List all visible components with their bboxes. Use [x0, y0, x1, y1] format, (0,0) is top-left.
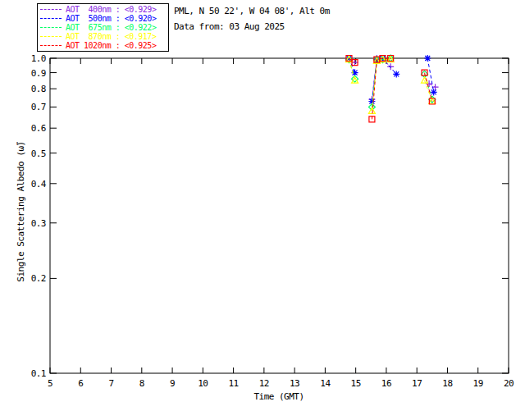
x-tick-label: 12 [259, 378, 269, 389]
series-line-aot-1020nm [372, 58, 390, 119]
x-tick-label: 7 [108, 378, 113, 389]
x-tick-label: 19 [473, 378, 483, 389]
marker-asterisk-aot-500nm [393, 71, 399, 77]
y-tick-label: 0.4 [31, 179, 47, 189]
series-line-aot-500nm [372, 58, 396, 102]
y-tick-label: 1.0 [31, 53, 46, 64]
y-tick-label: 0.1 [31, 368, 46, 379]
x-tick-label: 20 [504, 378, 514, 389]
y-tick-label: 0.5 [31, 148, 46, 159]
ssa-chart: 5678910111213141516171819201.00.90.80.70… [0, 0, 525, 420]
x-tick-label: 6 [78, 378, 83, 389]
x-tick-label: 17 [412, 378, 422, 389]
y-tick-label: 0.3 [31, 218, 46, 229]
y-tick-label: 0.9 [31, 68, 46, 79]
series-line-aot-870nm [372, 60, 390, 112]
x-tick-label: 15 [351, 378, 361, 389]
x-tick-label: 16 [381, 378, 391, 389]
marker-asterisk-aot-500nm [431, 89, 437, 95]
series-line-aot-400nm [372, 58, 390, 99]
x-tick-label: 13 [290, 378, 299, 389]
y-tick-label: 0.8 [31, 84, 46, 94]
x-tick-label: 10 [198, 378, 208, 389]
x-tick-label: 9 [170, 378, 175, 389]
marker-asterisk-aot-500nm [424, 55, 431, 62]
ssa-plot-screen: AOT 400nm : <0.929>AOT 500nm : <0.920>AO… [0, 0, 525, 420]
y-tick-label: 0.7 [31, 102, 46, 112]
series-line-aot-400nm [429, 84, 436, 87]
x-tick-label: 8 [139, 378, 144, 389]
y-tick-label: 0.2 [31, 273, 46, 284]
x-tick-label: 11 [228, 378, 238, 389]
y-tick-label: 0.6 [31, 123, 46, 134]
plot-frame [50, 58, 509, 373]
x-tick-label: 5 [48, 378, 52, 389]
x-tick-label: 18 [442, 378, 452, 389]
x-tick-label: 14 [320, 378, 331, 389]
